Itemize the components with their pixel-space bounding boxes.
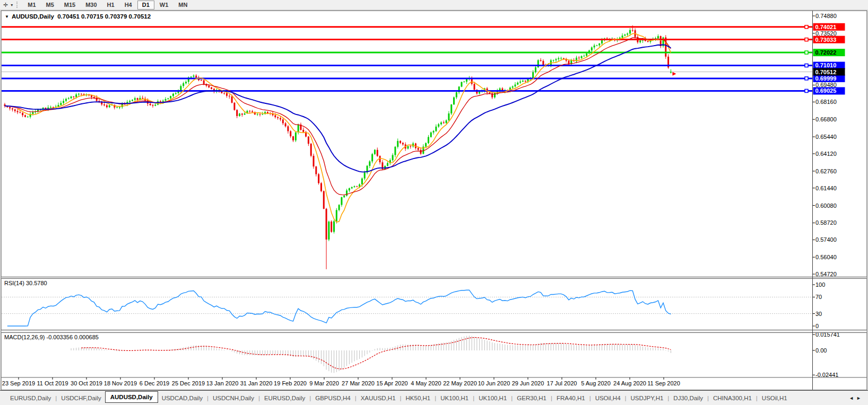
date-axis-tick: 31 Jan 2020: [240, 380, 273, 386]
chart-tab-hk50-h1[interactable]: HK50,H1: [402, 394, 435, 402]
timeframe-button-h4[interactable]: H4: [120, 1, 137, 10]
chart-tab-usoil-h1[interactable]: USOil,H1: [758, 394, 791, 402]
level-price-label: 0.73033: [815, 37, 837, 43]
crosshair-icon[interactable]: ✛: [2, 2, 9, 8]
tab-scroll-left-icon[interactable]: ◄: [849, 395, 856, 401]
level-price-label: 0.74021: [815, 24, 837, 30]
chart-ohlc-values: 0.70451 0.70715 0.70379 0.70512: [57, 13, 151, 20]
date-axis-tick: 23 Sep 2019: [2, 380, 35, 386]
timeframe-toolbar: ✛ ▾ M1 M5 M15 M30 H1 H4 D1 W1 MN: [0, 0, 868, 10]
rsi-axis-tick: 30: [815, 311, 822, 317]
level-price-label: 0.71010: [815, 62, 837, 68]
date-axis-tick: 29 Jun 2020: [512, 380, 544, 386]
price-axis-tick: 0.73520: [815, 30, 837, 37]
date-axis-tick: 19 Feb 2020: [274, 380, 307, 386]
date-axis-tick: 13 Jan 2020: [206, 380, 239, 386]
date-axis-tick: 9 Mar 2020: [309, 380, 339, 386]
chart-tab-audusd-daily[interactable]: AUDUSD,Daily: [105, 391, 158, 403]
chart-tab-eurusd-daily[interactable]: EURUSD,Daily: [6, 394, 55, 402]
chart-tab-gbpusd-h4[interactable]: GBPUSD,H4: [311, 394, 354, 402]
chart-title: ▼AUDUSD,Daily 0.70451 0.70715 0.70379 0.…: [5, 13, 151, 20]
price-axis-tick: 0.74880: [815, 13, 837, 19]
chart-window: [1, 11, 867, 390]
date-axis-tick: 10 Jun 2020: [478, 380, 510, 386]
timeframe-button-h1[interactable]: H1: [102, 1, 119, 10]
chart-tab-dj30-daily[interactable]: DJ30,Daily: [670, 394, 707, 402]
current-price-label: 0.70512: [815, 69, 837, 75]
macd-indicator-label: MACD(12,26,9) -0.003356 0.000685: [4, 334, 99, 340]
chart-symbol-label: AUDUSD,Daily: [12, 13, 54, 20]
date-axis-tick: 30 Oct 2019: [71, 380, 102, 386]
level-line-handle[interactable]: [805, 38, 808, 41]
date-axis-tick: 15 Apr 2020: [376, 380, 407, 386]
timeframe-button-mn[interactable]: MN: [173, 1, 192, 10]
chart-tab-uk100-h1[interactable]: UK100,H1: [437, 394, 472, 402]
chart-tab-china300-h1[interactable]: CHINA300,H1: [709, 394, 756, 402]
price-axis-tick: 0.66800: [815, 116, 837, 122]
date-axis-tick: 11 Sep 2020: [647, 380, 680, 386]
level-line-handle[interactable]: [805, 89, 808, 92]
chart-tab-xauusd-h1[interactable]: XAUUSD,H1: [357, 394, 400, 402]
toolbar-grip[interactable]: [16, 2, 19, 8]
date-axis-tick: 6 Dec 2019: [140, 380, 169, 386]
date-axis-tick: 18 Nov 2019: [104, 380, 137, 386]
chart-tab-usdchf-daily[interactable]: USDCHF,Daily: [57, 394, 105, 402]
rsi-indicator-label: RSI(14) 30.5780: [4, 280, 47, 286]
level-price-label: 0.72022: [815, 49, 837, 56]
timeframe-button-m30[interactable]: M30: [81, 1, 101, 10]
timeframe-button-m15[interactable]: M15: [59, 1, 80, 10]
rsi-axis-tick: 0: [815, 323, 819, 329]
price-axis-tick: 0.56040: [815, 254, 837, 260]
timeframe-button-m1[interactable]: M1: [23, 1, 40, 10]
level-price-label: 0.69025: [815, 87, 837, 94]
price-chart-canvas[interactable]: 0.748800.735200.694800.681600.668000.654…: [0, 0, 868, 405]
level-line-handle[interactable]: [805, 25, 808, 29]
chart-tab-usdjpy-h1[interactable]: USDJPY,H1: [627, 394, 667, 402]
chart-tab-usdcad-daily[interactable]: USDCAD,Daily: [158, 394, 206, 402]
timeframe-button-d1[interactable]: D1: [137, 1, 154, 10]
price-axis-tick: 0.68160: [815, 99, 837, 105]
date-axis-tick: 22 May 2020: [443, 380, 477, 386]
date-axis-tick: 25 Dec 2019: [172, 380, 205, 386]
price-axis-tick: 0.57400: [815, 236, 837, 243]
chart-tab-usdcnh-daily[interactable]: USDCNH,Daily: [209, 394, 258, 402]
timeframe-button-w1[interactable]: W1: [155, 1, 173, 10]
collapse-chart-icon[interactable]: ▼: [5, 14, 9, 19]
trading-app: { "toolbar": { "chart_tool_icon": {"name…: [0, 0, 868, 405]
timeframe-button-m5[interactable]: M5: [41, 1, 59, 10]
level-line-handle[interactable]: [805, 51, 808, 54]
date-axis-tick: 24 Aug 2020: [613, 380, 646, 386]
date-axis-tick: 27 Mar 2020: [342, 380, 375, 386]
rsi-axis-tick: 100: [815, 281, 825, 288]
macd-axis-tick: 0.00: [815, 347, 827, 354]
price-axis-tick: 0.60080: [815, 202, 837, 209]
price-axis-tick: 0.62760: [815, 168, 837, 174]
chevron-down-icon[interactable]: ▾: [9, 3, 14, 7]
chart-tab-bar: EURUSD,Daily|USDCHF,DailyAUDUSD,DailyUSD…: [0, 390, 868, 405]
price-axis-tick: 0.64120: [815, 151, 837, 157]
level-line-handle[interactable]: [805, 77, 808, 80]
date-axis-tick: 11 Oct 2019: [37, 380, 68, 386]
rsi-axis-tick: 70: [815, 294, 822, 300]
chart-tab-ger30-h1[interactable]: GER30,H1: [513, 394, 550, 402]
chart-tab-eurusd-daily[interactable]: EURUSD,Daily: [261, 394, 309, 402]
price-axis-tick: 0.54720: [815, 271, 837, 277]
price-axis-tick: 0.65440: [815, 134, 837, 140]
chart-tab-uk100-h1[interactable]: UK100,H1: [475, 394, 510, 402]
tab-scroll-right-icon[interactable]: ►: [856, 395, 864, 401]
date-axis-tick: 17 Jul 2020: [547, 380, 577, 386]
level-price-label: 0.69999: [815, 75, 837, 82]
price-axis-tick: 0.61440: [815, 185, 837, 191]
date-axis-tick: 4 May 2020: [411, 380, 441, 386]
level-line-handle[interactable]: [805, 64, 808, 67]
chart-tab-usoil-h4[interactable]: USOil,H4: [592, 394, 624, 402]
date-axis-tick: 5 Aug 2020: [581, 380, 611, 386]
price-axis-tick: 0.58720: [815, 219, 837, 226]
chart-tab-fra40-h1[interactable]: FRA40,H1: [553, 394, 589, 402]
